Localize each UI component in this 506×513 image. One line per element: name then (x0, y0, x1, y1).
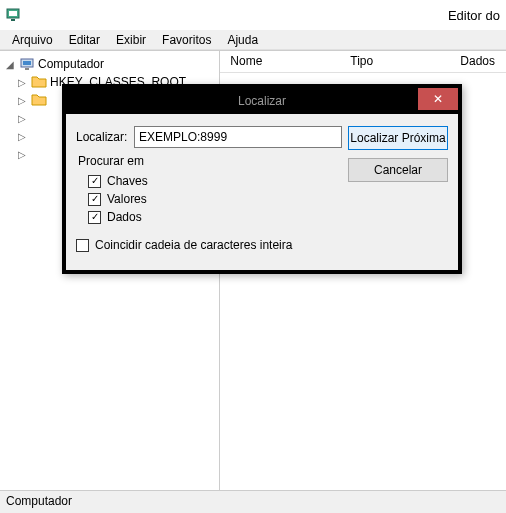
expand-icon[interactable]: ▷ (16, 131, 28, 142)
menubar: Arquivo Editar Exibir Favoritos Ajuda (0, 30, 506, 50)
menu-editar[interactable]: Editar (61, 31, 108, 49)
window-title: Editor do (30, 8, 506, 23)
list-header: Nome Tipo Dados (220, 51, 506, 73)
checkbox-keys[interactable]: ✓ (88, 175, 101, 188)
checkbox-values-label: Valores (107, 192, 147, 206)
find-next-button[interactable]: Localizar Próxima (348, 126, 448, 150)
checkbox-whole-string[interactable] (76, 239, 89, 252)
checkbox-data-label: Dados (107, 210, 142, 224)
tree-root[interactable]: ◢ Computador (2, 55, 217, 73)
titlebar: Editor do (0, 0, 506, 30)
app-icon (6, 7, 22, 23)
svg-rect-2 (11, 19, 15, 21)
svg-rect-1 (9, 11, 17, 16)
checkbox-whole-string-label: Coincidir cadeia de caracteres inteira (95, 238, 292, 252)
collapse-icon[interactable]: ◢ (4, 59, 16, 70)
column-nome[interactable]: Nome (220, 51, 340, 72)
dialog-titlebar[interactable]: Localizar ✕ (66, 88, 458, 114)
dialog-title: Localizar (238, 94, 286, 108)
menu-arquivo[interactable]: Arquivo (4, 31, 61, 49)
column-dados[interactable]: Dados (450, 51, 506, 72)
checkbox-keys-label: Chaves (107, 174, 148, 188)
svg-rect-5 (25, 68, 29, 70)
close-icon: ✕ (433, 92, 443, 106)
column-tipo[interactable]: Tipo (340, 51, 450, 72)
folder-icon (31, 92, 47, 108)
folder-icon (31, 74, 47, 90)
cancel-button[interactable]: Cancelar (348, 158, 448, 182)
tree-root-label: Computador (38, 57, 104, 71)
statusbar: Computador (0, 490, 506, 512)
menu-favoritos[interactable]: Favoritos (154, 31, 219, 49)
find-input[interactable] (134, 126, 342, 148)
checkbox-values[interactable]: ✓ (88, 193, 101, 206)
find-label: Localizar: (76, 130, 134, 144)
dialog-body: Localizar: Localizar Próxima Cancelar Pr… (66, 114, 458, 270)
menu-ajuda[interactable]: Ajuda (219, 31, 266, 49)
expand-icon[interactable]: ▷ (16, 113, 28, 124)
svg-rect-4 (23, 61, 31, 65)
expand-icon[interactable]: ▷ (16, 77, 28, 88)
close-button[interactable]: ✕ (418, 88, 458, 110)
computer-icon (19, 56, 35, 72)
menu-exibir[interactable]: Exibir (108, 31, 154, 49)
expand-icon[interactable]: ▷ (16, 149, 28, 160)
find-dialog: Localizar ✕ Localizar: Localizar Próxima… (62, 84, 462, 274)
checkbox-data[interactable]: ✓ (88, 211, 101, 224)
expand-icon[interactable]: ▷ (16, 95, 28, 106)
